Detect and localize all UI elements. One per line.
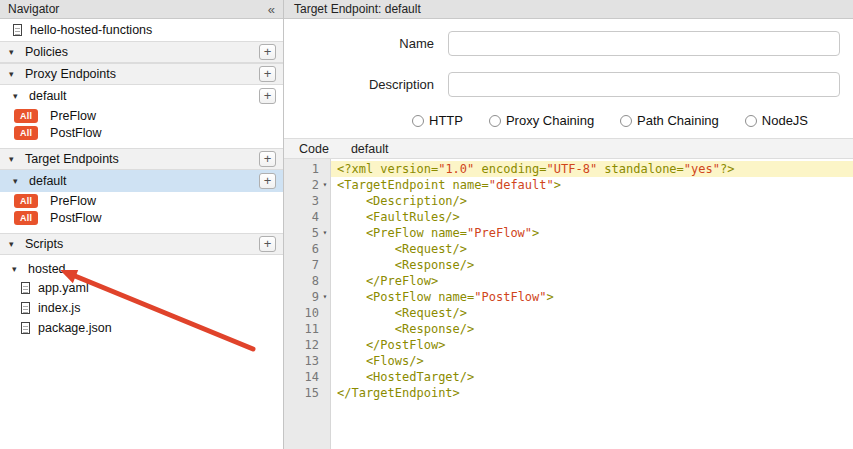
add-policy-button[interactable]: +: [259, 44, 276, 60]
radio-path-chaining[interactable]: Path Chaining: [620, 113, 719, 128]
file-label: index.js: [38, 301, 80, 315]
target-preflow-item[interactable]: All PreFlow: [0, 192, 283, 209]
section-label: Policies: [25, 45, 68, 59]
radio-circle-icon: [489, 115, 501, 127]
radio-proxy-chaining[interactable]: Proxy Chaining: [489, 113, 594, 128]
code-text: </TargetEndpoint>: [331, 385, 853, 401]
line-number: 11: [284, 321, 331, 337]
script-file-app-yaml[interactable]: app.yaml: [0, 278, 283, 298]
line-number: 8: [284, 273, 331, 289]
radio-label: Proxy Chaining: [506, 113, 594, 128]
caret-down-icon[interactable]: ▾: [13, 176, 22, 186]
code-panel-label: Code: [299, 142, 329, 156]
code-line[interactable]: 5▾ <PreFlow name="PreFlow">: [284, 225, 853, 241]
nav-item-proxy-root[interactable]: hello-hosted-functions: [0, 19, 283, 41]
code-line[interactable]: 9▾ <PostFlow name="PostFlow">: [284, 289, 853, 305]
code-line[interactable]: 15</TargetEndpoint>: [284, 385, 853, 401]
condition-badge: All: [14, 109, 38, 123]
fold-toggle-icon[interactable]: ▾: [319, 225, 331, 241]
fold-toggle-icon[interactable]: ▾: [319, 289, 331, 305]
caret-down-icon[interactable]: ▾: [9, 47, 18, 57]
add-script-button[interactable]: +: [259, 236, 276, 252]
code-text: <Response/>: [331, 321, 853, 337]
section-proxy-endpoints[interactable]: ▾ Proxy Endpoints +: [0, 63, 283, 85]
line-number: 9▾: [284, 289, 331, 305]
code-line[interactable]: 10 <Request/>: [284, 305, 853, 321]
code-text: <Description/>: [331, 193, 853, 209]
fold-toggle-icon[interactable]: ▾: [319, 177, 331, 193]
code-line[interactable]: 7 <Response/>: [284, 257, 853, 273]
nav-item-label: hello-hosted-functions: [30, 23, 152, 37]
caret-down-icon[interactable]: ▾: [9, 239, 18, 249]
caret-down-icon[interactable]: ▾: [9, 69, 18, 79]
script-file-package-json[interactable]: package.json: [0, 318, 283, 338]
file-icon: [21, 282, 30, 294]
code-line[interactable]: 1<?xml version="1.0" encoding="UTF-8" st…: [284, 161, 853, 177]
code-line[interactable]: 13 <Flows/>: [284, 353, 853, 369]
code-text: <PreFlow name="PreFlow">: [331, 225, 853, 241]
line-number: 4: [284, 209, 331, 225]
code-text: <Flows/>: [331, 353, 853, 369]
code-text: <HostedTarget/>: [331, 369, 853, 385]
target-endpoint-default[interactable]: ▾ default +: [0, 170, 283, 192]
endpoint-form: Name Description HTTP Proxy Chaining P: [284, 19, 853, 138]
navigator-panel: Navigator « hello-hosted-functions ▾ Pol…: [0, 0, 284, 449]
code-line[interactable]: 11 <Response/>: [284, 321, 853, 337]
line-number: 14: [284, 369, 331, 385]
line-number: 1: [284, 161, 331, 177]
code-line[interactable]: 12 </PostFlow>: [284, 337, 853, 353]
section-policies[interactable]: ▾ Policies +: [0, 41, 283, 63]
description-label: Description: [284, 77, 434, 92]
caret-down-icon[interactable]: ▾: [13, 91, 22, 101]
line-number: 10: [284, 305, 331, 321]
code-text: <TargetEndpoint name="default">: [331, 177, 853, 193]
proxy-preflow-item[interactable]: All PreFlow: [0, 107, 283, 124]
file-icon: [21, 322, 30, 334]
name-input[interactable]: [448, 31, 840, 56]
script-file-index-js[interactable]: index.js: [0, 298, 283, 318]
editor-header: Target Endpoint: default: [284, 0, 853, 19]
line-number: 6: [284, 241, 331, 257]
radio-circle-icon: [745, 115, 757, 127]
caret-down-icon[interactable]: ▾: [12, 264, 21, 274]
section-target-endpoints[interactable]: ▾ Target Endpoints +: [0, 148, 283, 170]
line-number: 13: [284, 353, 331, 369]
line-number: 5▾: [284, 225, 331, 241]
radio-label: Path Chaining: [637, 113, 719, 128]
add-target-endpoint-button[interactable]: +: [259, 151, 276, 167]
code-tab-default[interactable]: default: [351, 142, 389, 156]
radio-nodejs[interactable]: NodeJS: [745, 113, 808, 128]
line-number: 7: [284, 257, 331, 273]
proxy-endpoint-default[interactable]: ▾ default +: [0, 85, 283, 107]
caret-down-icon[interactable]: ▾: [9, 154, 18, 164]
line-number: 12: [284, 337, 331, 353]
target-postflow-item[interactable]: All PostFlow: [0, 209, 283, 226]
code-line[interactable]: 3 <Description/>: [284, 193, 853, 209]
code-line[interactable]: 4 <FaultRules/>: [284, 209, 853, 225]
navigator-title: Navigator: [8, 2, 59, 16]
section-scripts[interactable]: ▾ Scripts +: [0, 233, 283, 255]
add-flow-button[interactable]: +: [259, 88, 276, 104]
add-flow-button[interactable]: +: [259, 173, 276, 189]
condition-badge: All: [14, 211, 38, 225]
radio-http[interactable]: HTTP: [412, 113, 463, 128]
code-editor[interactable]: 1<?xml version="1.0" encoding="UTF-8" st…: [284, 159, 853, 449]
name-row: Name: [284, 31, 853, 56]
line-number: 15: [284, 385, 331, 401]
description-input[interactable]: [448, 72, 840, 97]
collapse-panel-icon[interactable]: «: [268, 2, 275, 17]
endpoint-label: default: [29, 89, 67, 103]
condition-badge: All: [14, 194, 38, 208]
scripts-folder-hosted[interactable]: ▾ hosted: [0, 259, 283, 278]
proxy-postflow-item[interactable]: All PostFlow: [0, 124, 283, 141]
code-line[interactable]: 2▾<TargetEndpoint name="default">: [284, 177, 853, 193]
code-line[interactable]: 14 <HostedTarget/>: [284, 369, 853, 385]
flow-label: PostFlow: [50, 126, 101, 140]
flow-label: PreFlow: [50, 194, 96, 208]
line-number: 3: [284, 193, 331, 209]
code-line[interactable]: 8 </PreFlow>: [284, 273, 853, 289]
add-proxy-endpoint-button[interactable]: +: [259, 66, 276, 82]
code-line[interactable]: 6 <Request/>: [284, 241, 853, 257]
file-icon: [21, 302, 30, 314]
radio-circle-icon: [412, 115, 424, 127]
